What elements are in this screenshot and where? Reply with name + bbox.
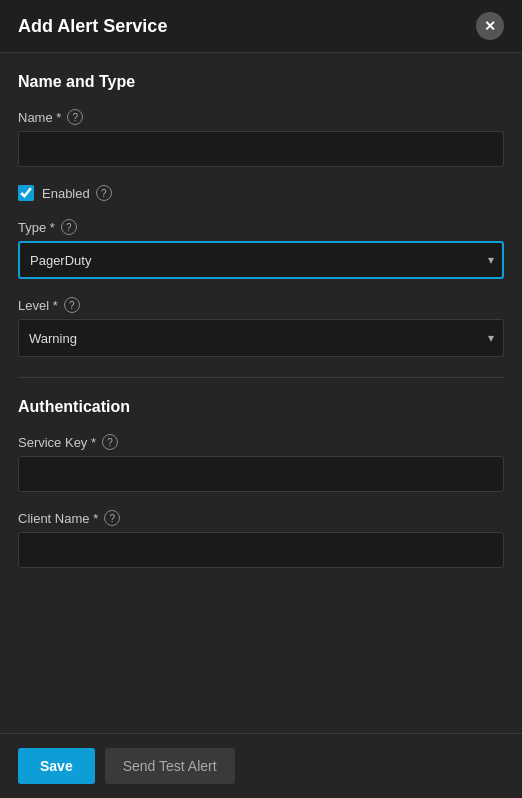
modal-body: Name and Type Name * ? Enabled ? <box>0 53 522 733</box>
send-test-alert-button[interactable]: Send Test Alert <box>105 748 235 784</box>
close-button[interactable]: ✕ <box>476 12 504 40</box>
enabled-help-icon[interactable]: ? <box>96 185 112 201</box>
modal-header: Add Alert Service ✕ <box>0 0 522 53</box>
level-help-icon[interactable]: ? <box>64 297 80 313</box>
type-field-group: Type * ? PagerDuty Email Slack OpsGenie … <box>18 219 504 279</box>
modal-title: Add Alert Service <box>18 16 167 37</box>
type-label: Type * ? <box>18 219 504 235</box>
enabled-checkbox[interactable] <box>18 185 34 201</box>
type-select[interactable]: PagerDuty Email Slack OpsGenie VictorOps… <box>18 241 504 279</box>
modal-footer: Save Send Test Alert <box>0 733 522 798</box>
modal-container: Add Alert Service ✕ Name and Type Name *… <box>0 0 522 798</box>
service-key-label: Service Key * ? <box>18 434 504 450</box>
name-input[interactable] <box>18 131 504 167</box>
level-select-wrapper: OK Warning Error Critical ▾ <box>18 319 504 357</box>
authentication-title: Authentication <box>18 398 504 416</box>
name-field-group: Name * ? <box>18 109 504 167</box>
level-label: Level * ? <box>18 297 504 313</box>
level-field-group: Level * ? OK Warning Error Critical ▾ <box>18 297 504 357</box>
service-key-field-group: Service Key * ? <box>18 434 504 492</box>
name-label: Name * ? <box>18 109 504 125</box>
service-key-input[interactable] <box>18 456 504 492</box>
client-name-input[interactable] <box>18 532 504 568</box>
client-name-field-group: Client Name * ? <box>18 510 504 568</box>
save-button[interactable]: Save <box>18 748 95 784</box>
name-and-type-section: Name and Type Name * ? Enabled ? <box>18 73 504 357</box>
name-help-icon[interactable]: ? <box>67 109 83 125</box>
section-divider <box>18 377 504 378</box>
authentication-section: Authentication Service Key * ? Client Na… <box>18 398 504 568</box>
type-help-icon[interactable]: ? <box>61 219 77 235</box>
client-name-help-icon[interactable]: ? <box>104 510 120 526</box>
type-select-wrapper: PagerDuty Email Slack OpsGenie VictorOps… <box>18 241 504 279</box>
level-select[interactable]: OK Warning Error Critical <box>18 319 504 357</box>
client-name-label: Client Name * ? <box>18 510 504 526</box>
name-and-type-title: Name and Type <box>18 73 504 91</box>
service-key-help-icon[interactable]: ? <box>102 434 118 450</box>
close-icon: ✕ <box>484 18 496 34</box>
enabled-row: Enabled ? <box>18 185 504 201</box>
enabled-label: Enabled ? <box>42 185 112 201</box>
